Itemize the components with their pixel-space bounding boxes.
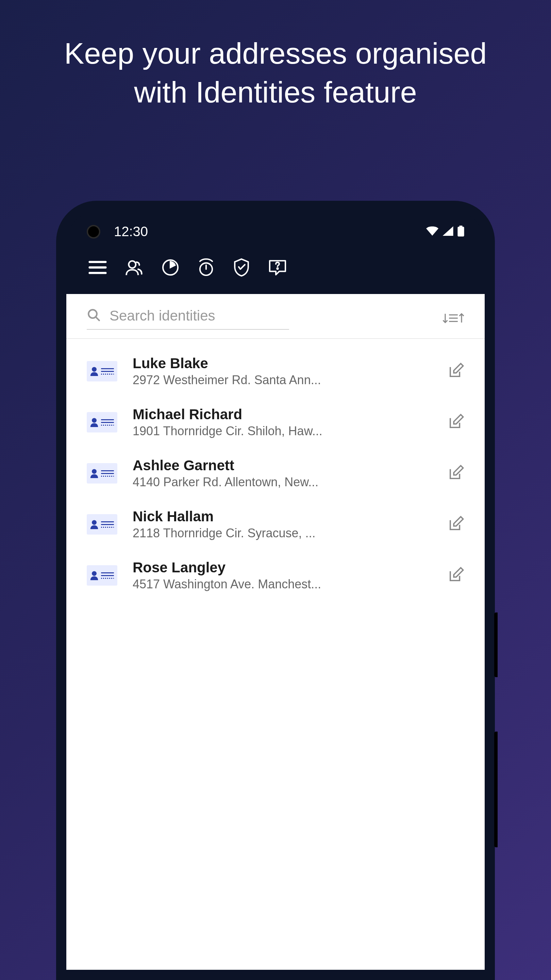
identity-address: 2972 Westheimer Rd. Santa Ann... xyxy=(133,373,433,387)
battery-icon xyxy=(457,226,464,238)
help-icon[interactable] xyxy=(268,259,287,276)
svg-point-19 xyxy=(92,469,97,474)
status-bar: 12:30 xyxy=(66,211,485,248)
identity-item[interactable]: Michael Richard 1901 Thornridge Cir. Shi… xyxy=(66,397,485,448)
edit-icon[interactable] xyxy=(448,363,464,380)
security-icon[interactable] xyxy=(233,258,250,277)
svg-rect-0 xyxy=(459,226,462,227)
phone-side-button xyxy=(494,612,498,677)
edit-icon[interactable] xyxy=(448,566,464,584)
identity-address: 2118 Thornridge Cir. Syracuse, ... xyxy=(133,526,433,540)
identity-item[interactable]: Rose Langley 4517 Washington Ave. Manche… xyxy=(66,550,485,601)
camera-cutout xyxy=(87,225,100,239)
identity-name: Ashlee Garnett xyxy=(133,457,433,474)
identity-list: Luke Blake 2972 Westheimer Rd. Santa Ann… xyxy=(66,339,485,608)
identities-icon[interactable] xyxy=(124,259,143,276)
edit-icon[interactable] xyxy=(448,414,464,431)
sort-icon[interactable] xyxy=(443,311,464,327)
svg-line-11 xyxy=(95,317,99,321)
identity-item[interactable]: Ashlee Garnett 4140 Parker Rd. Allentown… xyxy=(66,448,485,499)
identity-item[interactable]: Nick Hallam 2118 Thornridge Cir. Syracus… xyxy=(66,499,485,550)
hero-title: Keep your addresses organised with Ident… xyxy=(0,0,551,112)
menu-icon[interactable] xyxy=(89,260,107,275)
identity-name: Nick Hallam xyxy=(133,508,433,525)
content-area: Luke Blake 2972 Westheimer Rd. Santa Ann… xyxy=(66,294,485,970)
identity-name: Michael Richard xyxy=(133,406,433,423)
svg-point-18 xyxy=(92,418,97,423)
identity-item[interactable]: Luke Blake 2972 Westheimer Rd. Santa Ann… xyxy=(66,346,485,397)
svg-point-9 xyxy=(277,268,278,269)
svg-point-20 xyxy=(92,520,97,525)
identity-card-icon xyxy=(87,514,118,535)
edit-icon[interactable] xyxy=(448,515,464,533)
autofill-icon[interactable] xyxy=(197,258,215,277)
identity-card-icon xyxy=(87,565,118,585)
identity-name: Rose Langley xyxy=(133,559,433,576)
identity-address: 4517 Washington Ave. Manchest... xyxy=(133,577,433,592)
identity-card-icon xyxy=(87,412,118,433)
svg-point-5 xyxy=(129,261,136,268)
svg-point-17 xyxy=(92,367,97,372)
signal-icon xyxy=(443,226,453,237)
status-time: 12:30 xyxy=(114,224,148,239)
phone-side-button xyxy=(494,732,498,847)
app-toolbar xyxy=(66,248,485,294)
search-icon xyxy=(87,308,101,324)
search-input[interactable] xyxy=(110,308,289,324)
wifi-icon xyxy=(426,226,438,237)
identity-address: 4140 Parker Rd. Allentown, New... xyxy=(133,475,433,489)
svg-rect-1 xyxy=(457,227,464,237)
phone-frame: 12:30 xyxy=(56,201,495,980)
edit-icon[interactable] xyxy=(448,465,464,482)
identity-card-icon xyxy=(87,361,118,382)
svg-point-21 xyxy=(92,571,97,576)
identity-address: 1901 Thornridge Cir. Shiloh, Haw... xyxy=(133,424,433,438)
generator-icon[interactable] xyxy=(161,258,179,277)
phone-screen: 12:30 xyxy=(66,211,485,970)
identity-card-icon xyxy=(87,463,118,484)
identity-name: Luke Blake xyxy=(133,355,433,372)
search-bar xyxy=(66,294,485,339)
